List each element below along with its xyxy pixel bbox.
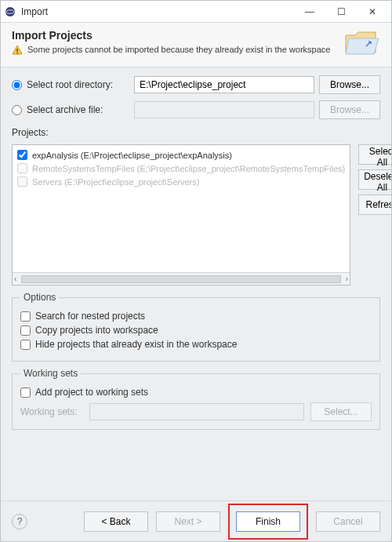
working-sets-combo (89, 403, 304, 420)
root-directory-radio[interactable] (12, 80, 22, 90)
add-to-ws-row[interactable]: Add project to working sets (20, 387, 372, 398)
copy-into-ws-checkbox[interactable] (20, 326, 31, 336)
working-sets-legend: Working sets (20, 368, 81, 379)
working-sets-group: Working sets Add project to working sets… (12, 368, 380, 430)
project-checkbox (17, 176, 27, 187)
archive-radio[interactable] (12, 105, 22, 115)
root-directory-row: Select root directory: Browse... (12, 75, 380, 94)
horizontal-scrollbar[interactable]: ‹ › (13, 272, 350, 285)
close-button[interactable]: ✕ (357, 1, 388, 23)
project-item[interactable]: expAnalysis (E:\Project\eclipse_project\… (14, 148, 348, 162)
minimize-button[interactable]: — (294, 1, 325, 23)
maximize-button[interactable]: ☐ (325, 1, 357, 23)
scroll-right-icon[interactable]: › (346, 275, 348, 283)
scroll-left-icon[interactable]: ‹ (14, 275, 16, 283)
back-button[interactable]: < Back (84, 511, 148, 532)
refresh-button[interactable]: Refresh (358, 195, 391, 215)
browse-archive-button: Browse... (319, 100, 380, 119)
copy-into-ws-label: Copy projects into workspace (35, 325, 158, 336)
archive-file-row: Select archive file: Browse... (12, 100, 380, 119)
projects-list[interactable]: expAnalysis (E:\Project\eclipse_project\… (12, 144, 350, 286)
options-legend: Options (20, 292, 59, 303)
project-item: Servers (E:\Project\eclipse_project\Serv… (14, 175, 348, 188)
search-nested-label: Search for nested projects (35, 311, 145, 322)
scroll-thumb[interactable] (21, 275, 341, 283)
page-title: Import Projects (12, 29, 335, 42)
root-directory-input[interactable] (134, 76, 314, 93)
projects-label: Projects: (12, 127, 380, 138)
hide-existing-row[interactable]: Hide projects that already exist in the … (20, 339, 372, 350)
archive-label-text: Select archive file: (27, 104, 103, 115)
hide-existing-label: Hide projects that already exist in the … (35, 339, 237, 350)
finish-button[interactable]: Finish (236, 511, 300, 532)
select-all-button[interactable]: Select All (358, 144, 391, 165)
cancel-button: Cancel (316, 511, 380, 532)
svg-point-0 (5, 7, 15, 16)
project-item-label: expAnalysis (E:\Project\eclipse_project\… (32, 151, 232, 160)
import-dialog: Import — ☐ ✕ Import Projects Some projec… (0, 0, 392, 542)
warning-icon (12, 45, 23, 57)
search-nested-row[interactable]: Search for nested projects (20, 311, 372, 322)
project-item-label: RemoteSystemsTempFiles (E:\Project\eclip… (32, 164, 345, 173)
root-directory-radio-label[interactable]: Select root directory: (12, 79, 129, 90)
copy-into-ws-row[interactable]: Copy projects into workspace (20, 325, 372, 336)
import-folder-icon (343, 29, 380, 59)
hide-existing-checkbox[interactable] (20, 340, 31, 350)
eclipse-icon (4, 5, 16, 18)
add-to-ws-label: Add project to working sets (35, 387, 148, 398)
finish-highlight: Finish (228, 504, 308, 540)
next-button: Next > (156, 511, 220, 532)
wizard-header: Import Projects Some projects cannot be … (1, 23, 391, 67)
deselect-all-button[interactable]: Deselect All (358, 169, 391, 190)
window-title: Import (21, 6, 294, 17)
archive-radio-label[interactable]: Select archive file: (12, 104, 129, 115)
svg-rect-2 (16, 49, 17, 52)
wizard-footer: ? < Back Next > Finish Cancel (1, 500, 391, 541)
browse-root-button[interactable]: Browse... (319, 75, 380, 94)
working-sets-field-label: Working sets: (20, 406, 83, 417)
search-nested-checkbox[interactable] (20, 311, 31, 322)
options-group: Options Search for nested projects Copy … (12, 292, 380, 362)
help-icon[interactable]: ? (12, 514, 27, 529)
project-checkbox[interactable] (17, 150, 27, 160)
svg-rect-3 (16, 53, 17, 53)
project-checkbox (17, 163, 27, 173)
working-sets-select-button: Select... (310, 402, 372, 421)
root-directory-label-text: Select root directory: (27, 79, 113, 90)
projects-area: expAnalysis (E:\Project\eclipse_project\… (12, 144, 380, 286)
archive-file-input (134, 101, 314, 118)
titlebar: Import — ☐ ✕ (1, 1, 391, 23)
warning-text: Some projects cannot be imported because… (27, 45, 330, 54)
add-to-ws-checkbox[interactable] (20, 387, 31, 398)
project-item-label: Servers (E:\Project\eclipse_project\Serv… (32, 177, 199, 187)
project-item: RemoteSystemsTempFiles (E:\Project\eclip… (14, 162, 348, 175)
